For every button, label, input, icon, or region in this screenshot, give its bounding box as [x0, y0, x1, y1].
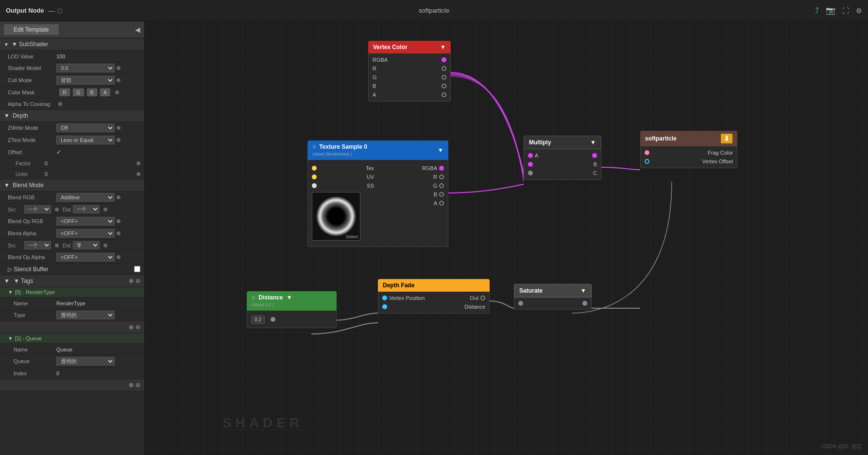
- sat-out-dot: [582, 301, 587, 306]
- depth-fade-header: Depth Fade: [378, 279, 490, 292]
- texture-svg: [314, 194, 358, 238]
- ts-ss-label: SS: [367, 183, 374, 189]
- ztest-select[interactable]: Less or Equal: [56, 136, 115, 144]
- softparticle-download[interactable]: ⬇: [721, 134, 732, 143]
- src2-label: Src: [8, 243, 22, 248]
- src2-select[interactable]: 一个: [24, 241, 51, 249]
- src-select[interactable]: 一个: [24, 205, 51, 213]
- depth-fade-body: Vertex Position Out Distance: [378, 292, 490, 314]
- fullscreen-icon[interactable]: ⛶: [842, 7, 849, 15]
- settings-icon[interactable]: ⚙: [856, 7, 862, 15]
- tags-actions-3[interactable]: ⊕ ⊖: [0, 379, 144, 391]
- vc-g-dot: [442, 75, 446, 80]
- cull-mode-row: Cull Mode 背部: [0, 74, 144, 87]
- vertex-color-menu[interactable]: ▼: [440, 44, 446, 51]
- mask-r-button[interactable]: R: [59, 88, 70, 96]
- tags-add-button-2[interactable]: ⊕: [129, 324, 134, 331]
- src-dst-row: Src 一个 Dst 一个: [0, 204, 144, 215]
- saturate-node[interactable]: Saturate ▼: [514, 284, 592, 310]
- mult-b-label: B: [594, 161, 597, 167]
- softparticle-node[interactable]: softparticle ⬇ Frag Color Vertex Offset: [640, 131, 737, 168]
- dst2-select[interactable]: 零: [73, 241, 100, 249]
- maximize-btn[interactable]: □: [58, 7, 62, 15]
- tags-remove-button-3[interactable]: ⊖: [136, 382, 140, 388]
- tags-actions[interactable]: ⊕ ⊖: [129, 278, 140, 284]
- stencil-checkbox[interactable]: [134, 266, 140, 272]
- distance-node[interactable]: ≡ Distance ▼ Value( 0.2 ) 0.2: [247, 291, 337, 328]
- window-controls[interactable]: — □: [48, 7, 62, 15]
- shader-model-row: Shader Model 3.0: [0, 62, 144, 74]
- src2-dot: [55, 244, 59, 247]
- tag1-index-label: Index: [8, 370, 56, 376]
- multiply-node[interactable]: Multiply ▼ A B C: [524, 136, 601, 180]
- tags-actions-2[interactable]: ⊕ ⊖: [0, 321, 144, 333]
- share-icon[interactable]: ⤴: [815, 6, 819, 15]
- back-arrow-icon[interactable]: ◀: [135, 26, 140, 34]
- ts-port-uv: UV: [308, 173, 378, 181]
- blend-mode-section-header[interactable]: ▼ Blend Mode: [0, 179, 144, 192]
- blend-op-rgb-row: Blend Op RGB <OFF>: [0, 215, 144, 228]
- dst-select[interactable]: 一个: [73, 205, 100, 213]
- vertex-color-header: Vertex Color ▼: [368, 41, 451, 53]
- tags-add-button-3[interactable]: ⊕: [129, 382, 134, 388]
- softparticle-header: softparticle ⬇: [640, 131, 737, 146]
- ts-right-ports: RGBA R G B A: [378, 162, 448, 245]
- vc-b-label: B: [373, 83, 376, 89]
- cull-mode-select[interactable]: 背部: [56, 76, 115, 85]
- texture-sample-node[interactable]: ≡ Texture Sample 0 Value( BorderMask ) ▼…: [307, 140, 448, 247]
- edit-template-button[interactable]: Edit Template: [4, 24, 59, 35]
- df-out-dot: [480, 296, 485, 300]
- ts-menu[interactable]: ▼: [438, 147, 443, 154]
- tag0-type-select[interactable]: 透明的: [56, 311, 115, 319]
- blend-op-rgb-select[interactable]: <OFF>: [56, 217, 115, 226]
- vertex-color-node[interactable]: Vertex Color ▼ RGBA R G B: [368, 41, 451, 102]
- mask-g-button[interactable]: G: [73, 88, 84, 96]
- offset-row: Offset ✓: [0, 146, 144, 158]
- topbar-right[interactable]: ⤴ 📷 ⛶ ⚙: [815, 6, 862, 15]
- blend-rgb-select[interactable]: Additive: [56, 193, 115, 202]
- node-graph-canvas[interactable]: Vertex Color ▼ RGBA R G B: [145, 21, 868, 455]
- edit-template-bar: Edit Template ◀: [0, 21, 144, 38]
- stencil-buffer-row[interactable]: ▷ Stencil Buffer: [0, 263, 144, 275]
- sat-in-dot: [518, 301, 523, 306]
- tags-section-header[interactable]: ▼ ▼ Tags ⊕ ⊖: [0, 275, 144, 287]
- tags-actions-bottom[interactable]: ⊕ ⊖: [129, 324, 140, 331]
- units-row: Units 0: [0, 169, 144, 179]
- sp-frag-label: Frag Color: [708, 150, 733, 156]
- dst-dot: [103, 208, 107, 211]
- depth-section-header[interactable]: ▼ Depth: [0, 110, 144, 122]
- dist-value-box: 0.2: [251, 315, 265, 324]
- blend-op-alpha-select[interactable]: <OFF>: [56, 253, 115, 262]
- minimize-btn[interactable]: —: [48, 7, 55, 15]
- mask-a-button[interactable]: A: [100, 88, 110, 96]
- shader-model-select[interactable]: 3.0: [56, 64, 115, 72]
- panel-scroll[interactable]: ▼ ▼ SubShader LOD Value 100 Shader Model…: [0, 38, 144, 455]
- tags-remove-button[interactable]: ⊖: [136, 278, 140, 284]
- zwrite-select[interactable]: Off: [56, 123, 115, 132]
- vc-port-a: A: [369, 90, 450, 99]
- blend-alpha-select[interactable]: <OFF>: [56, 229, 115, 238]
- vc-r-label: R: [373, 66, 376, 71]
- ts-b-out-label: B: [434, 192, 437, 197]
- tags-add-button[interactable]: ⊕: [129, 278, 134, 284]
- depth-fade-node[interactable]: Depth Fade Vertex Position Out Distance: [378, 279, 490, 314]
- ts-port-tex: Tex: [308, 164, 378, 173]
- multiply-menu[interactable]: ▼: [590, 139, 596, 146]
- mask-b-button[interactable]: B: [87, 88, 97, 96]
- tag1-queue-select[interactable]: 透明的: [56, 357, 115, 366]
- src-dst-row-2: Src 一个 Dst 零: [0, 240, 144, 251]
- dist-menu[interactable]: ▼: [287, 294, 292, 301]
- sp-port-vertex: Vertex Offset: [641, 157, 737, 166]
- subshader-section-header[interactable]: ▼ ▼ SubShader: [0, 38, 144, 51]
- camera-icon[interactable]: 📷: [826, 6, 835, 15]
- texture-preview: Select: [312, 192, 360, 241]
- shader-bottom-label: SHADER: [222, 415, 303, 431]
- df-dist-dot: [382, 304, 387, 309]
- left-panel: Edit Template ◀ ▼ ▼ SubShader LOD Value …: [0, 21, 145, 455]
- factor-dot: [136, 161, 140, 165]
- saturate-menu[interactable]: ▼: [580, 287, 586, 294]
- tags-actions-3-buttons[interactable]: ⊕ ⊖: [129, 382, 140, 388]
- tags-remove-button-2[interactable]: ⊖: [136, 324, 140, 331]
- vc-port-rgba: RGBA: [369, 55, 450, 64]
- sp-vertex-label: Vertex Offset: [702, 158, 733, 164]
